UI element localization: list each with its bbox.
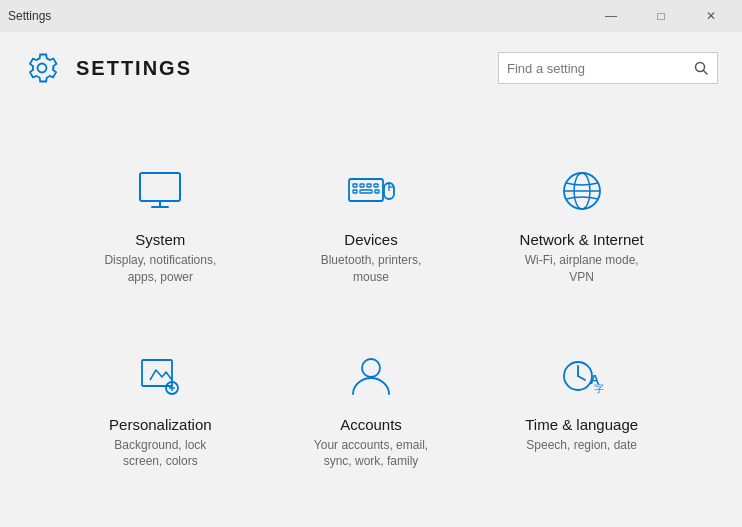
time-icon: A 字 xyxy=(552,346,612,406)
network-icon xyxy=(552,161,612,221)
time-name: Time & language xyxy=(525,416,638,433)
header-left: SETTINGS xyxy=(24,50,192,86)
setting-item-network[interactable]: Network & Internet Wi-Fi, airplane mode,… xyxy=(481,141,682,306)
svg-line-26 xyxy=(578,376,585,380)
header: SETTINGS xyxy=(0,32,742,104)
svg-rect-11 xyxy=(360,190,372,193)
svg-rect-9 xyxy=(374,184,378,187)
svg-line-1 xyxy=(704,71,708,75)
window-title: Settings xyxy=(8,9,51,23)
main-content: System Display, notifications,apps, powe… xyxy=(0,104,742,527)
personalization-name: Personalization xyxy=(109,416,212,433)
system-icon xyxy=(130,161,190,221)
network-desc: Wi-Fi, airplane mode,VPN xyxy=(525,252,639,286)
svg-rect-6 xyxy=(353,184,357,187)
setting-item-personalization[interactable]: Personalization Background, lockscreen, … xyxy=(60,326,261,491)
svg-rect-8 xyxy=(367,184,371,187)
gear-icon xyxy=(24,50,60,86)
setting-item-time[interactable]: A 字 Time & language Speech, region, date xyxy=(481,326,682,491)
settings-window: Settings — □ ✕ SETTINGS xyxy=(0,0,742,527)
svg-text:字: 字 xyxy=(594,383,604,394)
settings-grid: System Display, notifications,apps, powe… xyxy=(60,141,682,490)
svg-point-23 xyxy=(362,359,380,377)
system-desc: Display, notifications,apps, power xyxy=(104,252,216,286)
svg-rect-2 xyxy=(140,173,180,201)
setting-item-accounts[interactable]: Accounts Your accounts, email,sync, work… xyxy=(271,326,472,491)
minimize-button[interactable]: — xyxy=(588,0,634,32)
setting-item-devices[interactable]: Devices Bluetooth, printers,mouse xyxy=(271,141,472,306)
title-bar: Settings — □ ✕ xyxy=(0,0,742,32)
setting-item-system[interactable]: System Display, notifications,apps, powe… xyxy=(60,141,261,306)
svg-rect-7 xyxy=(360,184,364,187)
devices-name: Devices xyxy=(344,231,397,248)
page-title: SETTINGS xyxy=(76,57,192,80)
svg-rect-12 xyxy=(375,190,379,193)
search-input[interactable] xyxy=(499,61,685,76)
personalization-icon xyxy=(130,346,190,406)
network-name: Network & Internet xyxy=(520,231,644,248)
search-icon xyxy=(685,52,717,84)
system-name: System xyxy=(135,231,185,248)
search-box[interactable] xyxy=(498,52,718,84)
time-desc: Speech, region, date xyxy=(526,437,637,454)
title-bar-left: Settings xyxy=(8,9,51,23)
devices-icon xyxy=(341,161,401,221)
devices-desc: Bluetooth, printers,mouse xyxy=(321,252,422,286)
title-bar-controls: — □ ✕ xyxy=(588,0,734,32)
svg-rect-10 xyxy=(353,190,357,193)
close-button[interactable]: ✕ xyxy=(688,0,734,32)
accounts-icon xyxy=(341,346,401,406)
maximize-button[interactable]: □ xyxy=(638,0,684,32)
accounts-name: Accounts xyxy=(340,416,402,433)
personalization-desc: Background, lockscreen, colors xyxy=(114,437,206,471)
accounts-desc: Your accounts, email,sync, work, family xyxy=(314,437,428,471)
